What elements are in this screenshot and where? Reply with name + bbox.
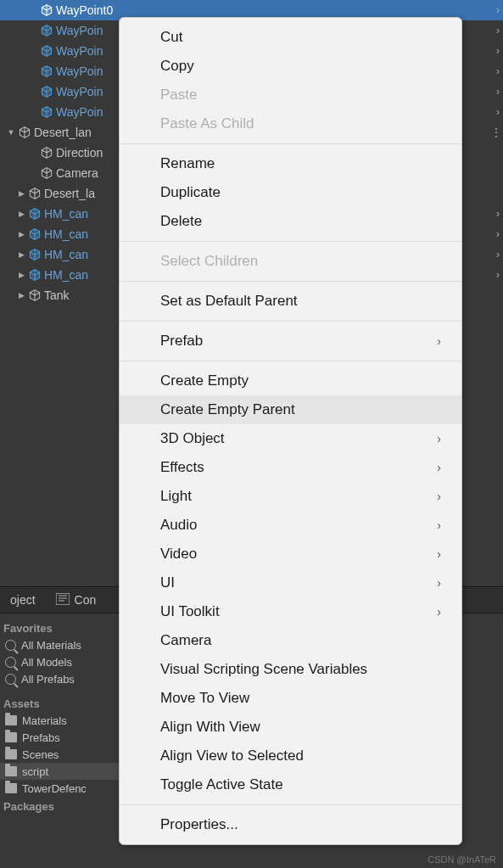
menu-item-select-children: Select Children <box>120 247 461 276</box>
chevron-right-icon: › <box>437 334 441 348</box>
menu-item-align-with-view[interactable]: Align With View <box>120 713 461 742</box>
search-icon <box>5 674 16 685</box>
menu-item-align-view-to-selected[interactable]: Align View to Selected <box>120 742 461 770</box>
gameobject-cube-icon <box>39 145 54 160</box>
menu-item-audio[interactable]: Audio› <box>120 511 461 540</box>
menu-item-rename[interactable]: Rename <box>120 149 461 178</box>
menu-separator <box>120 241 461 242</box>
assets-folder-item[interactable]: script <box>0 763 119 780</box>
assets-folder-item[interactable]: Prefabs <box>0 729 119 746</box>
hierarchy-item-label: WayPoint0 <box>56 3 488 17</box>
chevron-right-icon[interactable]: › <box>488 249 500 260</box>
favorites-item-label: All Materials <box>21 639 81 652</box>
menu-item-cut[interactable]: Cut <box>120 23 461 52</box>
chevron-right-icon[interactable]: › <box>488 269 500 281</box>
assets-folder-label: Prefabs <box>22 731 60 744</box>
prefab-cube-icon <box>39 84 54 99</box>
menu-item-visual-scripting-scene-variables[interactable]: Visual Scripting Scene Variables <box>120 655 461 684</box>
chevron-right-icon[interactable]: › <box>488 208 500 220</box>
menu-item-ui-toolkit[interactable]: UI Toolkit› <box>120 597 461 626</box>
gameobject-cube-icon <box>27 186 42 201</box>
menu-item-duplicate[interactable]: Duplicate <box>120 178 461 207</box>
prefab-cube-icon <box>39 43 54 59</box>
menu-item-label: Video <box>160 546 197 563</box>
assets-folder-item[interactable]: TowerDefenc <box>0 780 119 797</box>
menu-item-3d-object[interactable]: 3D Object› <box>120 424 461 453</box>
menu-item-label: Align View to Selected <box>160 748 304 764</box>
menu-item-move-to-view[interactable]: Move To View <box>120 684 461 713</box>
menu-item-toggle-active-state[interactable]: Toggle Active State <box>120 770 461 799</box>
gameobject-cube-icon <box>17 125 32 140</box>
chevron-right-icon[interactable]: › <box>488 45 500 57</box>
favorites-item[interactable]: All Prefabs <box>0 670 119 687</box>
menu-item-label: Select Children <box>160 253 258 270</box>
console-icon <box>56 593 70 608</box>
tab-project[interactable]: oject <box>0 588 46 612</box>
menu-item-label: Set as Default Parent <box>160 293 298 310</box>
assets-folder-item[interactable]: Scenes <box>0 746 119 763</box>
assets-folder-label: Scenes <box>22 748 59 761</box>
menu-item-label: Properties... <box>160 816 238 833</box>
chevron-right-icon[interactable]: › <box>488 25 500 36</box>
menu-separator <box>120 281 461 282</box>
svg-rect-0 <box>56 593 70 605</box>
menu-item-label: Copy <box>160 58 194 75</box>
menu-item-ui[interactable]: UI› <box>120 568 461 597</box>
menu-item-properties[interactable]: Properties... <box>120 810 461 839</box>
expand-toggle[interactable]: ▶ <box>15 230 27 238</box>
prefab-cube-icon <box>39 3 54 18</box>
prefab-cube-icon <box>39 23 54 38</box>
menu-item-copy[interactable]: Copy <box>120 52 461 81</box>
folder-icon <box>5 749 17 759</box>
menu-item-camera[interactable]: Camera <box>120 626 461 655</box>
prefab-cube-icon <box>27 247 42 262</box>
prefab-cube-icon <box>39 104 54 120</box>
chevron-right-icon: › <box>437 576 441 590</box>
chevron-right-icon[interactable]: › <box>488 106 500 118</box>
menu-item-effects[interactable]: Effects› <box>120 453 461 482</box>
menu-item-create-empty-parent[interactable]: Create Empty Parent <box>120 395 461 424</box>
assets-folder-item[interactable]: Materials <box>0 712 119 729</box>
favorites-item[interactable]: All Models <box>0 653 119 670</box>
menu-item-label: 3D Object <box>160 430 225 447</box>
chevron-right-icon[interactable]: › <box>488 86 500 98</box>
tab-console[interactable]: Con <box>46 588 107 613</box>
assets-folder-label: Materials <box>22 714 67 727</box>
menu-item-label: Paste <box>160 87 197 104</box>
menu-item-set-as-default-parent[interactable]: Set as Default Parent <box>120 287 461 316</box>
menu-separator <box>120 361 461 361</box>
menu-item-label: Move To View <box>160 690 249 707</box>
expand-toggle[interactable]: ▶ <box>15 189 27 198</box>
menu-item-light[interactable]: Light› <box>120 482 461 511</box>
chevron-right-icon: › <box>437 518 441 532</box>
favorites-item[interactable]: All Materials <box>0 636 119 653</box>
menu-item-label: Paste As Child <box>160 115 254 132</box>
expand-toggle[interactable]: ▶ <box>15 291 27 300</box>
chevron-right-icon: › <box>437 490 441 503</box>
menu-item-label: Camera <box>160 632 211 649</box>
chevron-right-icon: › <box>437 547 441 561</box>
chevron-right-icon[interactable]: › <box>488 65 500 77</box>
menu-item-label: Light <box>160 488 192 505</box>
chevron-right-icon[interactable]: › <box>488 4 500 16</box>
menu-item-label: Duplicate <box>160 184 221 201</box>
search-icon <box>5 657 16 668</box>
assets-folder-label: TowerDefenc <box>22 782 87 795</box>
expand-toggle[interactable]: ▶ <box>15 250 27 259</box>
menu-item-video[interactable]: Video› <box>120 540 461 568</box>
expand-toggle[interactable]: ▶ <box>15 210 27 218</box>
menu-item-label: Visual Scripting Scene Variables <box>160 661 367 678</box>
folder-icon <box>5 766 17 776</box>
kebab-menu-icon[interactable]: ⋮ <box>490 126 501 139</box>
chevron-right-icon[interactable]: › <box>488 228 500 240</box>
menu-item-create-empty[interactable]: Create Empty <box>120 367 461 395</box>
menu-item-delete[interactable]: Delete <box>120 207 461 236</box>
menu-item-label: Create Empty Parent <box>160 401 295 418</box>
gameobject-cube-icon <box>27 288 42 303</box>
menu-item-prefab[interactable]: Prefab› <box>120 327 461 356</box>
expand-toggle[interactable]: ▶ <box>15 271 27 279</box>
expand-toggle[interactable]: ▼ <box>5 128 17 137</box>
menu-separator <box>120 143 461 144</box>
gameobject-cube-icon <box>39 165 54 181</box>
favorites-item-label: All Prefabs <box>21 673 75 686</box>
